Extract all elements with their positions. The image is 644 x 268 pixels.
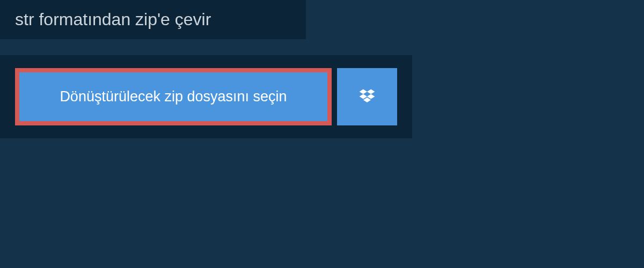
header-bar: str formatından zip'e çevir [0,0,306,39]
dropbox-button[interactable] [337,68,397,125]
dropbox-icon [357,87,377,107]
select-file-button[interactable]: Dönüştürülecek zip dosyasını seçin [15,68,332,125]
select-file-label: Dönüştürülecek zip dosyasını seçin [60,88,287,105]
file-select-panel: Dönüştürülecek zip dosyasını seçin [0,55,412,138]
page-title: str formatından zip'e çevir [15,10,291,29]
